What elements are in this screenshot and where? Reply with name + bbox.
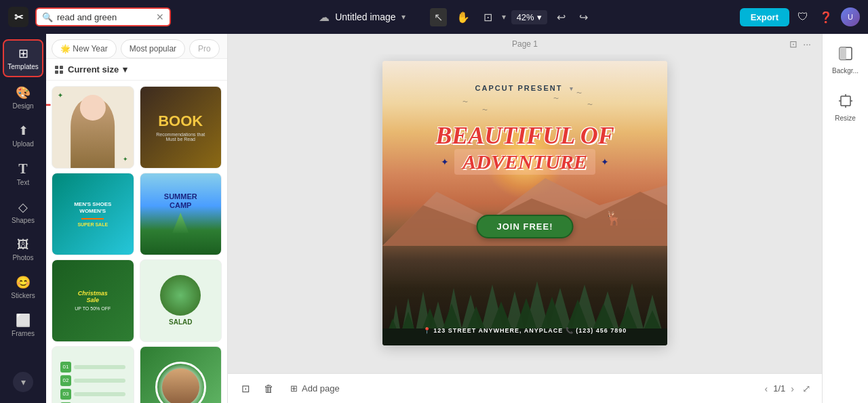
page-label: Page 1 [512,39,538,49]
canvas-title: BEAUTIFUL OF ✦ ADVENTURE ✦ [382,123,667,175]
zoom-caret-icon: ▾ [537,12,542,22]
tab-most-popular[interactable]: Most popular [121,39,185,58]
resize-icon [838,93,853,112]
diamond-left: ✦ [441,156,449,167]
templates-icon: ⊞ [18,46,28,61]
bird-3: 〜 [587,101,593,108]
bird-4: 〜 [482,106,488,114]
sidebar-item-templates[interactable]: ⊞ Templates [3,39,43,77]
svg-rect-2 [55,70,58,74]
deer-silhouette: 🦌 [605,210,622,226]
template-card-book[interactable]: BOOK Recommendations thatMust be Read [140,86,222,169]
design-icon: 🎨 [16,85,31,100]
add-page-label: Add page [302,383,340,394]
shapes-icon: ◇ [18,200,28,215]
top-bar-left: ✂ 🔍 ✕ [8,7,171,27]
current-size-label: Current size [68,64,119,75]
page-counter: 1/1 [773,383,785,394]
prev-page-btn[interactable]: ‹ [765,383,768,394]
sidebar-item-text[interactable]: T Text [3,156,43,192]
frames-icon: ⬜ [16,313,31,328]
sidebar-label-design: Design [12,102,33,110]
canvas-capcut-present: CAPCUT PRESENT ▾ [382,84,667,92]
shield-icon-btn[interactable]: 🛡 [795,8,811,26]
sidebar-item-upload[interactable]: ⬆ Upload [3,118,43,153]
canvas-copy-icon[interactable]: ⊡ [789,39,797,49]
grid-icon [54,65,64,75]
canvas-header-caret: ▾ [570,85,574,92]
search-input[interactable] [57,12,152,22]
design-canvas[interactable]: 〜 〜 〜 〜 〜 CAPCUT PRESENT ▾ [382,61,667,345]
page-copy-btn[interactable]: ⊡ [239,380,253,398]
page-nav: ‹ 1/1 › [765,383,794,394]
svg-rect-34 [840,47,846,60]
sidebar-label-photos: Photos [12,254,33,261]
canvas-beautiful-of: BEAUTIFUL OF [382,123,667,148]
search-box: 🔍 ✕ [35,7,171,26]
frame-tool-btn[interactable]: ⊡ [479,8,496,26]
fullscreen-btn[interactable]: ⤢ [802,383,811,395]
template-card-portrait[interactable] [140,346,222,403]
resize-svg-icon [838,93,853,108]
template-card-infographic[interactable]: 01 02 03 04 [52,346,134,403]
current-size-bar[interactable]: Current size ▾ [46,59,227,81]
zoom-value: 42% [517,12,534,22]
svg-rect-3 [60,70,63,74]
canvas-scroll[interactable]: 〜 〜 〜 〜 〜 CAPCUT PRESENT ▾ [228,54,822,373]
caret-down-icon[interactable]: ▾ [401,12,406,22]
sidebar-label-templates: Templates [7,63,39,70]
sidebar: ⊞ Templates 🎨 Design ⬆ Upload T Text ◇ S… [0,34,46,403]
sidebar-item-design[interactable]: 🎨 Design [3,80,43,115]
resize-label: Resize [835,114,856,122]
upload-icon: ⬆ [18,123,28,138]
add-page-icon: ⊞ [290,383,298,394]
app-logo: ✂ [8,7,28,27]
sidebar-item-frames[interactable]: ⬜ Frames [3,307,43,343]
select-tool-btn[interactable]: ↖ [430,8,447,26]
current-size-caret[interactable]: ▾ [123,64,127,75]
sidebar-label-stickers: Stickers [11,292,35,299]
export-button[interactable]: Export [740,8,789,26]
undo-btn[interactable]: ↩ [553,8,570,26]
bird-5: 〜 [462,98,468,106]
redo-btn[interactable]: ↪ [575,8,592,26]
template-card-shoes[interactable]: MEN'S SHOESWOMEN'S SUPER SALE [52,173,134,255]
doc-title: Untitled image [335,12,396,22]
sidebar-item-photos[interactable]: 🖼 Photos [3,232,43,267]
page-delete-btn[interactable]: 🗑 [261,380,277,397]
sidebar-bottom: ▾ [13,372,33,398]
close-icon[interactable]: ✕ [156,12,164,22]
sidebar-label-upload: Upload [12,140,34,148]
diamond-right: ✦ [601,156,609,167]
user-avatar[interactable]: U [841,7,860,26]
svg-rect-0 [55,66,58,69]
help-icon-btn[interactable]: ❓ [816,8,835,26]
background-panel-item[interactable]: Backgr... [826,42,865,79]
sidebar-label-shapes: Shapes [12,217,35,224]
canvas-more-icon[interactable]: ··· [803,39,811,49]
template-card-salad[interactable]: SALAD [140,259,222,342]
background-svg-icon [838,46,853,61]
add-page-button[interactable]: ⊞ Add page [285,381,345,396]
top-bar-right: Export 🛡 ❓ U [740,7,860,26]
cloud-icon: ☁ [319,11,330,24]
canvas-area: Page 1 ⊡ ··· 〜 〜 〜 〜 〜 CAPCUT [228,34,822,403]
bottom-bar: ⊡ 🗑 ⊞ Add page ‹ 1/1 › ⤢ [228,373,822,403]
template-card-summer[interactable]: SUMMERCAMP [140,173,222,255]
next-page-btn[interactable]: › [791,383,794,394]
sidebar-item-shapes[interactable]: ◇ Shapes [3,194,43,230]
frame-caret-icon[interactable]: ▾ [502,12,506,22]
zoom-control[interactable]: 42% ▾ [511,10,547,24]
hand-tool-btn[interactable]: ✋ [452,8,474,26]
tab-pro[interactable]: Pro [189,39,220,58]
sidebar-label-frames: Frames [12,330,35,337]
top-bar-center: ☁ Untitled image ▾ ↖ ✋ ⊡ ▾ 42% ▾ ↩ ↪ [319,8,592,26]
template-card-christmas[interactable]: ChristmasSale UP TO 50% OFF [52,259,134,342]
template-card-woman[interactable]: ✦ ✦ [52,86,134,169]
resize-panel-item[interactable]: Resize [826,89,865,126]
svg-rect-1 [60,66,63,69]
tab-new-year[interactable]: 🌟 New Year [52,39,117,58]
sidebar-item-stickers[interactable]: 😊 Stickers [3,270,43,305]
canvas-header: Page 1 ⊡ ··· [228,34,822,54]
sidebar-more-btn[interactable]: ▾ [13,372,33,392]
